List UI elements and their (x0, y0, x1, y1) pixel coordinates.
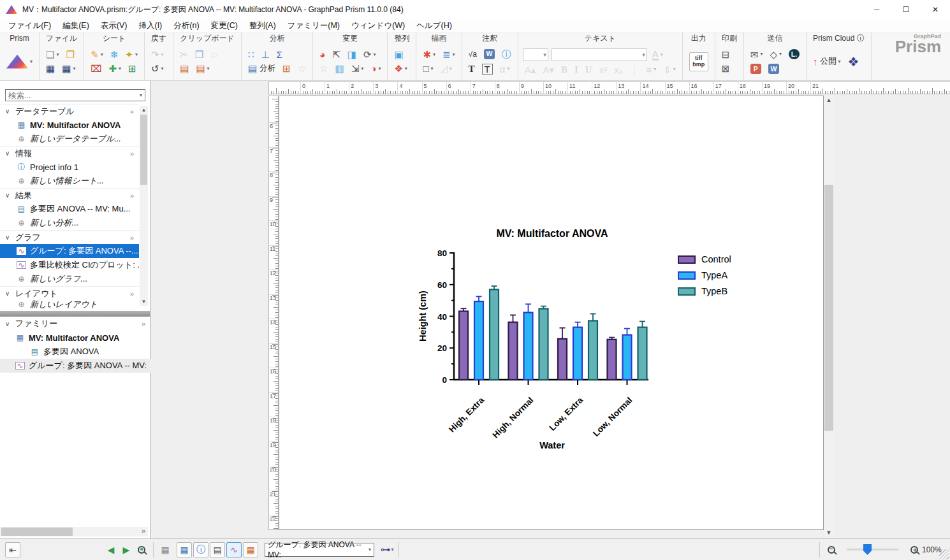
send-email-button[interactable]: ✉▾ (749, 48, 765, 61)
descriptive-statistics-button[interactable]: Σ (275, 48, 284, 61)
chevron-down-icon[interactable]: ∨ (5, 234, 15, 241)
send-powerpoint-button[interactable]: P (749, 62, 763, 75)
section-header-family[interactable]: ∨ファミリー» (0, 317, 150, 331)
scroll-down-icon[interactable]: ▼ (140, 298, 148, 306)
format-graph-button[interactable]: ▥ (333, 62, 346, 75)
tree-item[interactable]: ∿グループ: 多要因 ANOVA -- MV: (0, 359, 150, 373)
menu-item-file[interactable]: ファイル(F) (3, 19, 57, 32)
section-more-icon[interactable]: » (130, 234, 134, 241)
menu-item-arrange[interactable]: 整列(A) (244, 19, 282, 32)
graph-options-button[interactable]: ◨ (346, 48, 358, 61)
tree-item[interactable]: ⊕新しい情報シート... (0, 174, 139, 188)
analysis-options-button[interactable]: ∷ (246, 48, 256, 61)
word-equation-button[interactable]: W (482, 48, 497, 61)
tree-scrollbar[interactable]: ▲ ▼ (140, 106, 148, 306)
open-file-button[interactable]: ❐ (64, 48, 76, 61)
cld-bars-button[interactable]: ≣▾ (441, 48, 457, 61)
layout-view-button[interactable]: ▦ (243, 542, 258, 557)
menu-item-view[interactable]: 表示(V) (95, 19, 133, 32)
paste-button[interactable]: ▤ (178, 62, 191, 75)
search-input[interactable] (6, 91, 139, 100)
menu-item-help[interactable]: ヘルプ(H) (411, 19, 458, 32)
publish-button[interactable]: ↑公開▾ (811, 55, 843, 68)
zoom-out-button[interactable]: − (824, 542, 839, 557)
menu-item-insert[interactable]: 挿入(I) (133, 19, 168, 32)
section-more-icon[interactable]: » (130, 290, 134, 298)
scroll-up-icon[interactable]: ▲ (140, 106, 148, 114)
delete-sheet-button[interactable]: ⌧ (89, 62, 103, 75)
tree-item[interactable]: ⊕新しいデータテーブル... (0, 132, 139, 146)
align-objects-button[interactable]: ▣ (392, 48, 405, 61)
font-size-combo[interactable]: ▾ (523, 48, 548, 61)
menu-item-change[interactable]: 変更(C) (205, 19, 244, 32)
graph-view-button[interactable]: ∿ (226, 542, 242, 557)
minimize-button[interactable]: ─ (862, 0, 891, 19)
export-image-button[interactable]: tiffbmp (687, 51, 710, 73)
scroll-down-icon[interactable]: ▼ (824, 528, 834, 538)
significance-line-button[interactable]: ✱▾ (421, 48, 437, 61)
forward-button[interactable]: ▶ (119, 542, 134, 557)
section-header-info[interactable]: ∨情報» (0, 146, 139, 160)
rename-sheet-button[interactable]: ✎▾ (89, 48, 105, 61)
arrange-order-button[interactable]: ❖▾ (392, 62, 409, 75)
graph-page[interactable]: MV: Multifactor ANOVA020406080Height (cm… (279, 96, 824, 530)
canvas-scroll-thumb[interactable] (824, 185, 833, 431)
zoom-slider[interactable] (847, 549, 899, 550)
draw-shape-button[interactable]: □▾ (421, 62, 435, 75)
insert-info-button[interactable]: ⓘ (500, 48, 513, 60)
color-scheme-button[interactable]: ◑▾ (369, 62, 383, 75)
back-button[interactable]: ◀ (103, 542, 119, 557)
results-view-button[interactable]: ▤ (210, 542, 225, 557)
menu-item-family[interactable]: ファミリー(M) (282, 19, 346, 32)
section-header-data-tables[interactable]: ∨データテーブル» (0, 104, 139, 118)
maximize-button[interactable]: ☐ (891, 0, 921, 19)
axis-options-button[interactable]: ⇱ (330, 48, 342, 61)
sheet-gallery-button[interactable]: ▦ (157, 542, 173, 557)
sidebar-hscroll-thumb[interactable] (1, 528, 73, 536)
text-box-button[interactable]: T (480, 62, 495, 76)
new-sheet-button[interactable]: ✚▾ (106, 62, 123, 75)
chevron-down-icon[interactable]: ∨ (5, 320, 15, 327)
analyze-button[interactable]: ▤分析 (246, 62, 277, 75)
info-view-button[interactable]: ⓘ (193, 542, 208, 557)
scroll-up-icon[interactable]: ▲ (824, 96, 834, 105)
data-table-view-button[interactable]: ▦ (177, 542, 192, 557)
link-sheets-button[interactable]: ⊶▾ (379, 542, 395, 557)
section-more-icon[interactable]: » (130, 150, 134, 157)
print-preview-button[interactable]: ⊠ (720, 62, 732, 75)
canvas-vscrollbar[interactable]: ▲ ▼ (824, 96, 834, 538)
licenses-button[interactable]: L. (787, 48, 801, 61)
section-more-icon[interactable]: » (130, 192, 134, 199)
chevron-down-icon[interactable]: ∨ (5, 290, 15, 297)
undo-button[interactable]: ↺▾ (149, 62, 166, 75)
tree-item[interactable]: ∿多重比較検定 CIのプロット: ... (0, 258, 139, 272)
sidebar-expand-icon[interactable]: » (142, 527, 145, 535)
zoom-in-button[interactable]: ＋ (907, 542, 922, 557)
prism-menu-button[interactable]: ▾ (4, 52, 34, 71)
close-button[interactable]: ✕ (921, 0, 950, 19)
paste-special-button[interactable]: ▤▾ (194, 62, 211, 75)
send-word-button[interactable]: W (766, 62, 781, 75)
tree-item[interactable]: ∿グループ: 多要因 ANOVA --... (0, 244, 139, 258)
font-name-combo[interactable]: ▾ (552, 48, 647, 61)
section-more-icon[interactable]: » (142, 320, 145, 327)
copy-button[interactable]: ❐ (193, 48, 205, 61)
print-button[interactable]: ⊟ (720, 48, 732, 61)
sidebar-hscrollbar[interactable]: » (0, 527, 148, 536)
window-resize-grip[interactable] (939, 549, 949, 559)
tree-item[interactable]: ▦MV: Multifactor ANOVA (0, 331, 150, 345)
tree-item[interactable]: ⊕新しいレイアウト (0, 300, 139, 309)
chevron-down-icon[interactable]: ∨ (5, 150, 15, 157)
duplicate-sheet-button[interactable]: ⊞ (126, 62, 138, 75)
menu-item-window[interactable]: ウィンドウ(W) (346, 19, 411, 32)
tree-item[interactable]: ▤多要因 ANOVA (0, 345, 150, 359)
send-app-button[interactable]: ◇▾ (768, 48, 784, 61)
tree-item[interactable]: ⊕新しい分析... (0, 216, 139, 230)
insert-text-button[interactable]: T (467, 63, 477, 75)
collapse-navigator-button[interactable]: ⇤ (5, 542, 20, 557)
section-header-layouts[interactable]: ∨レイアウト» (0, 286, 139, 300)
interchange-button[interactable]: ⟳▾ (362, 48, 378, 61)
sidebar-splitter[interactable] (0, 311, 150, 317)
resize-graph-button[interactable]: ⇲▾ (349, 62, 366, 75)
family-search-button[interactable]: ● (134, 542, 149, 557)
